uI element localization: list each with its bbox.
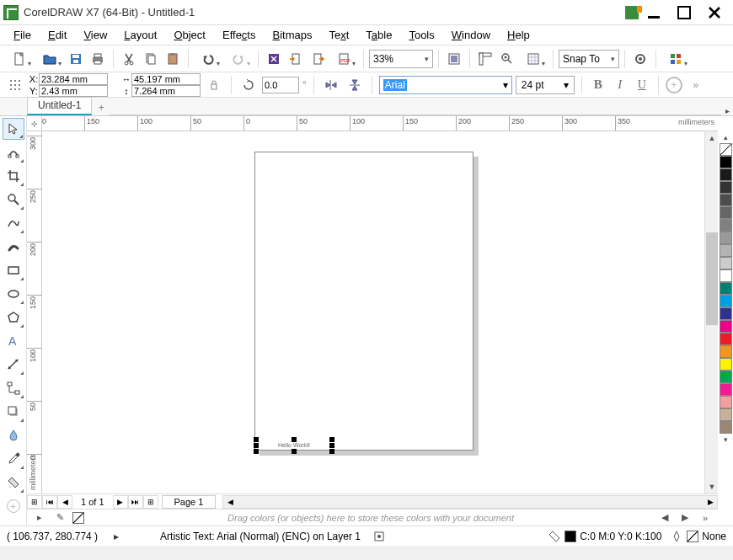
selected-text-object[interactable]: Hello World! bbox=[256, 440, 332, 451]
palette-down-arrow[interactable]: ▾ bbox=[718, 434, 733, 445]
color-swatch[interactable] bbox=[720, 269, 732, 282]
menu-edit[interactable]: Edit bbox=[41, 27, 73, 43]
color-swatch[interactable] bbox=[720, 168, 732, 181]
panel-toggle-arrow[interactable]: ▸ bbox=[721, 106, 733, 115]
eyedropper-tool[interactable] bbox=[3, 448, 24, 470]
add-page-button[interactable]: ⊞ bbox=[27, 495, 42, 509]
artistic-media-tool[interactable] bbox=[3, 236, 24, 258]
no-fill-swatch[interactable] bbox=[720, 143, 732, 156]
zoom-combo[interactable]: 33%▾ bbox=[369, 50, 433, 68]
fill-indicator[interactable]: C:0 M:0 Y:0 K:100 bbox=[548, 530, 661, 543]
object-details-icon[interactable] bbox=[369, 526, 389, 547]
new-button[interactable] bbox=[5, 49, 34, 69]
overflow-button[interactable]: » bbox=[686, 75, 706, 95]
connector-tool[interactable] bbox=[3, 377, 24, 399]
selection-handle[interactable] bbox=[292, 449, 297, 454]
width-input[interactable] bbox=[131, 73, 201, 85]
height-input[interactable] bbox=[131, 85, 201, 97]
selection-handle[interactable] bbox=[254, 437, 259, 442]
drop-shadow-tool[interactable] bbox=[3, 401, 24, 423]
mirror-horizontal-button[interactable] bbox=[321, 75, 341, 95]
export-button[interactable] bbox=[308, 49, 328, 69]
ellipse-tool[interactable] bbox=[3, 283, 24, 305]
print-button[interactable] bbox=[88, 49, 108, 69]
color-swatch[interactable] bbox=[720, 396, 732, 408]
no-color-swatch[interactable] bbox=[72, 512, 84, 524]
text-tool[interactable]: A bbox=[3, 330, 24, 352]
prev-page-button[interactable]: ◀ bbox=[57, 495, 72, 509]
interactive-fill-tool[interactable] bbox=[3, 472, 24, 493]
color-swatch[interactable] bbox=[720, 383, 732, 396]
status-flyout-icon[interactable]: ▸ bbox=[106, 526, 126, 547]
menu-table[interactable]: Table bbox=[359, 27, 399, 43]
italic-button[interactable]: I bbox=[611, 76, 629, 94]
scroll-thumb[interactable] bbox=[706, 232, 718, 325]
zoom-tool[interactable] bbox=[3, 189, 24, 211]
first-page-button[interactable]: ⏮ bbox=[42, 495, 57, 509]
fullscreen-preview-button[interactable] bbox=[444, 49, 464, 69]
minimize-button[interactable] bbox=[644, 5, 664, 20]
menu-effects[interactable]: Effects bbox=[216, 27, 263, 43]
color-swatch[interactable] bbox=[720, 194, 732, 206]
color-swatch[interactable] bbox=[720, 408, 732, 421]
lock-ratio-button[interactable] bbox=[204, 75, 224, 95]
selection-handle[interactable] bbox=[254, 443, 259, 448]
menu-window[interactable]: Window bbox=[445, 27, 497, 43]
color-swatch[interactable] bbox=[720, 244, 732, 257]
palette-overflow[interactable]: » bbox=[698, 511, 713, 525]
options-button[interactable] bbox=[630, 49, 650, 69]
new-document-tab-button[interactable]: + bbox=[94, 100, 109, 115]
save-button[interactable] bbox=[66, 49, 86, 69]
last-page-button[interactable]: ⏭ bbox=[128, 495, 143, 509]
underline-button[interactable]: U bbox=[633, 76, 651, 94]
connect-icon[interactable] bbox=[625, 6, 639, 19]
document-tab[interactable]: Untitled-1 bbox=[27, 97, 92, 115]
menu-object[interactable]: Object bbox=[167, 27, 212, 43]
color-swatch[interactable] bbox=[720, 156, 732, 168]
search-content-button[interactable] bbox=[264, 49, 284, 69]
vertical-scrollbar[interactable]: ▲ ▼ bbox=[704, 131, 718, 493]
palette-scroll-left[interactable]: ◀ bbox=[657, 511, 672, 525]
close-button[interactable] bbox=[704, 5, 725, 20]
palette-flyout-button[interactable]: ▸ bbox=[32, 511, 47, 525]
add-page-after-button[interactable]: ⊞ bbox=[143, 495, 158, 509]
horizontal-ruler[interactable]: millimeters 2001501005005010015020025030… bbox=[42, 116, 718, 131]
snap-to-combo[interactable]: Snap To▾ bbox=[559, 50, 619, 68]
color-swatch[interactable] bbox=[720, 333, 732, 345]
show-rulers-button[interactable] bbox=[475, 49, 495, 69]
import-button[interactable] bbox=[286, 49, 306, 69]
color-swatch[interactable] bbox=[720, 232, 732, 244]
color-swatch[interactable] bbox=[720, 181, 732, 194]
font-family-combo[interactable]: Arial▾ bbox=[379, 76, 512, 94]
palette-eyedropper-icon[interactable]: ✎ bbox=[52, 511, 67, 525]
palette-up-arrow[interactable]: ▴ bbox=[718, 131, 733, 143]
color-swatch[interactable] bbox=[720, 257, 732, 269]
app-launcher-button[interactable] bbox=[661, 49, 690, 69]
vertical-ruler[interactable]: millimeters 300250200150100500 bbox=[27, 131, 42, 493]
maximize-button[interactable] bbox=[674, 5, 694, 20]
color-swatch[interactable] bbox=[720, 206, 732, 219]
bold-button[interactable]: B bbox=[589, 76, 607, 94]
page-tab[interactable]: Page 1 bbox=[162, 495, 217, 509]
quick-customize-button[interactable]: + bbox=[3, 495, 24, 517]
show-guidelines-button[interactable] bbox=[519, 49, 548, 69]
next-page-button[interactable]: ▶ bbox=[113, 495, 128, 509]
selection-handle[interactable] bbox=[329, 449, 334, 454]
color-swatch[interactable] bbox=[720, 219, 732, 232]
menu-tools[interactable]: Tools bbox=[402, 27, 441, 43]
scroll-right-button[interactable]: ▶ bbox=[704, 496, 717, 508]
outline-indicator[interactable]: None bbox=[670, 530, 726, 543]
horizontal-scrollbar[interactable]: ◀ ▶ bbox=[222, 495, 718, 509]
color-swatch[interactable] bbox=[720, 282, 732, 295]
color-swatch[interactable] bbox=[720, 371, 732, 383]
undo-button[interactable] bbox=[194, 49, 222, 69]
freehand-tool[interactable] bbox=[3, 212, 24, 234]
scroll-left-button[interactable]: ◀ bbox=[223, 496, 237, 508]
crop-tool[interactable] bbox=[3, 165, 24, 187]
scroll-up-button[interactable]: ▲ bbox=[705, 131, 718, 145]
menu-layout[interactable]: Layout bbox=[117, 27, 163, 43]
parallel-dimension-tool[interactable] bbox=[3, 354, 24, 376]
selection-handle[interactable] bbox=[329, 437, 334, 442]
color-swatch[interactable] bbox=[720, 307, 732, 320]
selection-handle[interactable] bbox=[254, 449, 259, 454]
